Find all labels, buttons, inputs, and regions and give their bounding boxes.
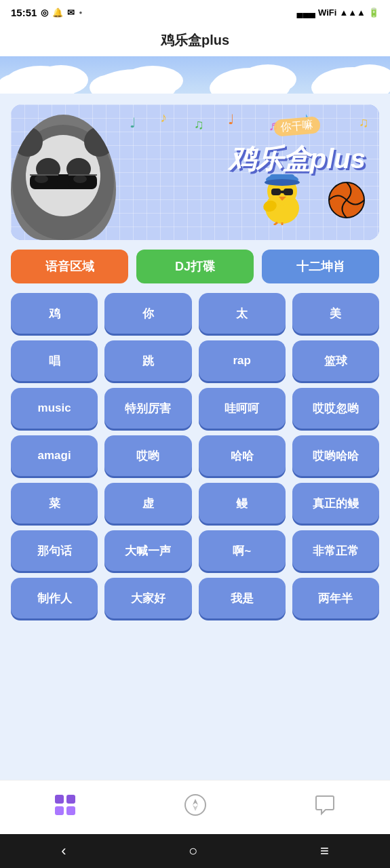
cloud-decoration — [0, 56, 390, 94]
notification-icon: 🔔 — [52, 7, 63, 18]
dot-icon: ● — [79, 9, 82, 16]
sound-button-2[interactable]: 太 — [199, 293, 286, 334]
sound-button-13[interactable]: 哎哟 — [104, 435, 191, 476]
basketball — [328, 182, 366, 226]
sound-button-3[interactable]: 美 — [292, 293, 379, 334]
sound-button-23[interactable]: 非常正常 — [292, 530, 379, 571]
category-dj-turntable[interactable]: DJ打碟 — [136, 250, 254, 283]
chick-character — [260, 171, 305, 233]
top-bar: 鸡乐盒plus — [0, 24, 390, 94]
svg-rect-44 — [66, 806, 75, 815]
signal-icon: ▄▄▄ — [296, 7, 315, 18]
wifi-icon: WiFi — [318, 7, 336, 18]
svg-rect-41 — [55, 795, 64, 804]
sound-button-11[interactable]: 哎哎忽哟 — [292, 388, 379, 429]
status-time: 15:51 — [11, 7, 37, 18]
bottom-nav — [0, 780, 390, 834]
sound-button-26[interactable]: 我是 — [199, 578, 286, 618]
category-twelve-zodiac[interactable]: 十二坤肖 — [262, 250, 379, 283]
sound-button-7[interactable]: 篮球 — [292, 340, 379, 381]
sound-button-4[interactable]: 唱 — [11, 340, 98, 381]
location-icon: ◎ — [41, 7, 48, 18]
chat-icon — [313, 793, 336, 821]
sound-button-12[interactable]: amagi — [11, 435, 98, 476]
sound-button-16[interactable]: 菜 — [11, 483, 98, 524]
sound-button-22[interactable]: 啊~ — [199, 530, 286, 571]
sound-button-8[interactable]: music — [11, 388, 98, 429]
sound-button-14[interactable]: 哈哈 — [199, 435, 286, 476]
svg-rect-32 — [271, 189, 281, 195]
svg-marker-46 — [193, 799, 198, 805]
svg-point-22 — [35, 175, 48, 183]
sound-button-6[interactable]: rap — [199, 340, 286, 381]
main-content: ♩ ♪ ♫ ♩ ♬ ♪ ♫ — [0, 94, 390, 780]
banner-text: 你干嘛 鸡乐盒plus — [229, 118, 366, 178]
sound-button-1[interactable]: 你 — [104, 293, 191, 334]
status-left: 15:51 ◎ 🔔 ✉ ● — [11, 7, 82, 18]
mail-icon: ✉ — [67, 7, 75, 18]
cloud-svg — [0, 56, 390, 94]
music-note-2: ♪ — [160, 110, 167, 125]
battery-icon: 🔋 — [368, 7, 379, 18]
svg-rect-26 — [57, 180, 70, 182]
category-voice-zone[interactable]: 语音区域 — [11, 250, 128, 283]
sound-button-25[interactable]: 大家好 — [104, 578, 191, 618]
sound-button-15[interactable]: 哎哟哈哈 — [292, 435, 379, 476]
music-note-1: ♩ — [130, 115, 136, 131]
grid-icon — [54, 793, 77, 821]
status-bar: 15:51 ◎ 🔔 ✉ ● ▄▄▄ WiFi ▲▲▲ 🔋 — [0, 0, 390, 24]
category-buttons: 语音区域 DJ打碟 十二坤肖 — [11, 250, 379, 283]
sound-button-21[interactable]: 大喊一声 — [104, 530, 191, 571]
system-nav: ‹ ○ ≡ — [0, 834, 390, 868]
network-icon: ▲▲▲ — [339, 7, 366, 18]
sound-button-10[interactable]: 哇呵呵 — [199, 388, 286, 429]
sound-button-17[interactable]: 虚 — [104, 483, 191, 524]
nav-discover[interactable] — [130, 793, 260, 821]
sound-button-5[interactable]: 跳 — [104, 340, 191, 381]
sys-home-button[interactable]: ○ — [189, 842, 197, 860]
svg-rect-33 — [284, 189, 293, 195]
sound-button-27[interactable]: 两年半 — [292, 578, 379, 618]
nav-chat[interactable] — [260, 793, 390, 821]
banner: ♩ ♪ ♫ ♩ ♬ ♪ ♫ — [11, 104, 379, 240]
sys-menu-button[interactable]: ≡ — [320, 842, 329, 860]
sound-button-20[interactable]: 那句话 — [11, 530, 98, 571]
nav-home[interactable] — [0, 793, 130, 821]
banner-subtitle: 你干嘛 — [273, 116, 321, 137]
sound-button-9[interactable]: 特别厉害 — [104, 388, 191, 429]
svg-point-45 — [185, 795, 206, 815]
svg-rect-43 — [55, 806, 64, 815]
svg-point-31 — [265, 179, 300, 186]
sound-buttons-grid: 鸡你太美唱跳rap篮球music特别厉害哇呵呵哎哎忽哟amagi哎哟哈哈哎哟哈哈… — [11, 293, 379, 618]
status-right: ▄▄▄ WiFi ▲▲▲ 🔋 — [296, 7, 379, 18]
svg-rect-42 — [66, 795, 75, 804]
sys-back-button[interactable]: ‹ — [61, 842, 66, 860]
sound-button-19[interactable]: 真正的鳗 — [292, 483, 379, 524]
svg-rect-34 — [280, 191, 285, 193]
app-title: 鸡乐盒plus — [0, 31, 390, 56]
svg-line-37 — [274, 222, 277, 225]
music-note-3: ♫ — [194, 117, 204, 132]
compass-icon — [184, 793, 207, 821]
svg-marker-47 — [193, 805, 198, 811]
sound-button-18[interactable]: 鳗 — [199, 483, 286, 524]
sound-button-0[interactable]: 鸡 — [11, 293, 98, 334]
svg-point-23 — [73, 175, 87, 183]
sound-button-24[interactable]: 制作人 — [11, 578, 98, 618]
